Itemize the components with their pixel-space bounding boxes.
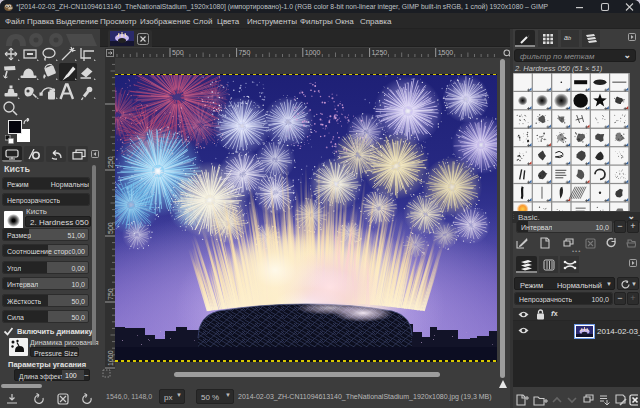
svg-text:500: 500 [172,49,184,56]
svg-text:1500: 1500 [438,49,454,56]
svg-text:500: 500 [107,222,114,234]
svg-text:1250: 1250 [372,49,388,56]
svg-text:1000: 1000 [107,350,114,366]
svg-text:750: 750 [239,49,251,56]
svg-text:750: 750 [107,288,114,300]
svg-text:1000: 1000 [305,49,321,56]
svg-text:250: 250 [107,156,114,168]
